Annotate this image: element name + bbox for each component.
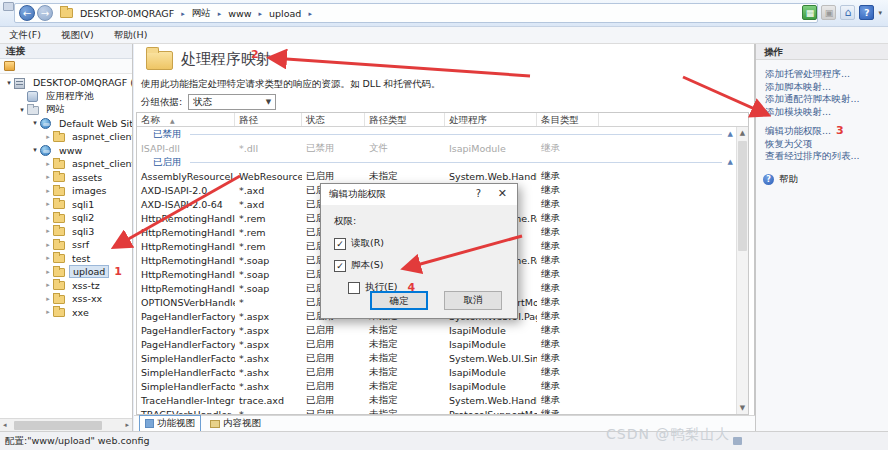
close-icon[interactable]: ✕ <box>498 187 507 200</box>
scroll-left-icon[interactable]: ◂ <box>3 421 7 429</box>
menu-item[interactable]: 文件(F) <box>9 29 41 42</box>
breadcrumb-segment[interactable]: 网站 <box>192 7 211 20</box>
tree-item-www[interactable]: ▾www <box>0 144 132 158</box>
collapsed-icon[interactable]: ▸ <box>43 200 53 208</box>
cancel-button[interactable]: 取消 <box>444 291 502 310</box>
table-row[interactable]: TraceHandler-Integratedtrace.axd已启用未指定Sy… <box>137 393 736 407</box>
tree-item--[interactable]: 应用程序池 <box>0 90 132 104</box>
expanded-icon[interactable]: ▾ <box>4 79 14 87</box>
ok-button[interactable]: 确定 <box>370 291 428 310</box>
tree-item-images[interactable]: ▸images <box>0 184 132 198</box>
group-by-dropdown[interactable]: 状态 ▼ <box>188 94 276 110</box>
collapsed-icon[interactable]: ▸ <box>43 187 53 195</box>
save-connection-icon[interactable] <box>4 61 15 71</box>
cell-path: *.soap <box>235 269 302 280</box>
table-row[interactable]: ISAPI-dll*.dll已禁用文件IsapiModule继承 <box>137 141 736 155</box>
tree-item-assets[interactable]: ▸assets <box>0 171 132 185</box>
tree-item-aspnet_client[interactable]: ▸aspnet_client <box>0 130 132 144</box>
actions-link-group: 编辑功能权限...3恢复为父项查看经过排序的列表... <box>765 125 888 163</box>
back-icon[interactable]: ← <box>19 5 35 21</box>
table-row[interactable]: TRACEVerbHandler*已启用未指定ProtocolSupportMo… <box>137 407 736 414</box>
action-link[interactable]: 添加脚本映射... <box>765 81 888 94</box>
list-vertical-scrollbar[interactable]: ▲ ▼ <box>736 127 748 414</box>
tree-item-sqli3[interactable]: ▸sqli3 <box>0 225 132 239</box>
help-icon[interactable]: ? <box>859 5 874 20</box>
breadcrumb-segment[interactable]: www <box>228 8 251 19</box>
tree-item-test[interactable]: ▸test <box>0 252 132 266</box>
scrollbar-thumb[interactable] <box>14 421 102 430</box>
collapsed-icon[interactable]: ▸ <box>43 308 53 316</box>
column-header[interactable]: 名称▲ <box>137 113 235 126</box>
home-icon[interactable]: ⌂ <box>840 5 855 20</box>
collapsed-icon[interactable]: ▸ <box>43 227 53 235</box>
column-header[interactable]: 状态 <box>302 113 365 126</box>
collapsed-icon[interactable]: ▸ <box>43 160 53 168</box>
collapsed-icon[interactable]: ▸ <box>43 281 53 289</box>
backup-icon[interactable]: ▦ <box>802 5 817 20</box>
tree-item-desktop-0mqragf-desk[interactable]: ▾DESKTOP-0MQRAGF (DESK <box>0 76 132 90</box>
tab-features-view[interactable]: 功能视图 <box>139 415 201 432</box>
checkbox-checked-icon[interactable]: ✓ <box>334 260 346 272</box>
dialog-help-icon[interactable]: ? <box>476 188 481 199</box>
collapse-group-icon[interactable]: ▲ <box>728 130 736 138</box>
collapsed-icon[interactable]: ▸ <box>43 254 53 262</box>
menu-item[interactable]: 视图(V) <box>61 29 94 42</box>
tree-item-upload[interactable]: ▸upload1 <box>0 265 132 279</box>
action-link[interactable]: 恢复为父项 <box>765 138 888 151</box>
action-link[interactable]: 添加通配符脚本映射... <box>765 93 888 106</box>
tree-item-sqli1[interactable]: ▸sqli1 <box>0 198 132 212</box>
table-row[interactable]: PageHandlerFactory-ISAPI-...*.aspx已启用未指定… <box>137 323 736 337</box>
tree-item--[interactable]: ▾网站 <box>0 103 132 117</box>
chevron-down-icon[interactable]: ▾ <box>878 9 882 17</box>
collapsed-icon[interactable]: ▸ <box>43 295 53 303</box>
column-header[interactable]: 路径类型 <box>365 113 445 126</box>
tree-horizontal-scrollbar[interactable]: ◂ ▸ <box>0 418 132 431</box>
tab-content-view[interactable]: 内容视图 <box>205 416 266 431</box>
scroll-up-icon[interactable]: ▲ <box>737 129 748 137</box>
column-header[interactable]: 处理程序 <box>445 113 537 126</box>
column-header[interactable]: 路径 <box>235 113 302 126</box>
column-header[interactable]: 条目类型 <box>537 113 599 126</box>
collapsed-icon[interactable]: ▸ <box>43 241 53 249</box>
tree-item-xxe[interactable]: ▸xxe <box>0 306 132 320</box>
breadcrumb-segment[interactable]: DESKTOP-0MQRAGF <box>80 8 174 19</box>
scrollbar-thumb[interactable] <box>738 141 747 251</box>
table-row[interactable]: SimpleHandlerFactory-ISAP...*.ashx已启用未指定… <box>137 365 736 379</box>
tree-item-xss-tz[interactable]: ▸xss-tz <box>0 279 132 293</box>
cell-name: ISAPI-dll <box>137 143 235 154</box>
forward-icon[interactable]: → <box>37 5 53 21</box>
collapse-group-icon[interactable]: ▲ <box>728 158 736 166</box>
expanded-icon[interactable]: ▾ <box>30 146 40 154</box>
tree-item-ssrf[interactable]: ▸ssrf <box>0 238 132 252</box>
action-link[interactable]: 添加托管处理程序... <box>765 68 888 81</box>
action-link[interactable]: 查看经过排序的列表... <box>765 150 888 163</box>
tree-item-aspnet_client[interactable]: ▸aspnet_client <box>0 157 132 171</box>
table-row[interactable]: SimpleHandlerFactory-Inte...*.ashx已启用未指定… <box>137 351 736 365</box>
tree-item-default-web-site[interactable]: ▾Default Web Site <box>0 117 132 131</box>
menu-item[interactable]: 帮助(H) <box>114 29 148 42</box>
action-link[interactable]: 编辑功能权限...3 <box>765 125 888 138</box>
tree-item-sqli2[interactable]: ▸sqli2 <box>0 211 132 225</box>
cell-name: PageHandlerFactory-Integr... <box>137 311 235 322</box>
collapsed-icon[interactable]: ▸ <box>43 173 53 181</box>
breadcrumb-segment[interactable]: upload <box>269 8 301 19</box>
collapsed-icon[interactable]: ▸ <box>43 133 53 141</box>
help-item[interactable]: ? 帮助 <box>763 173 888 186</box>
expanded-icon[interactable]: ▾ <box>17 106 27 114</box>
collapsed-icon[interactable]: ▸ <box>43 268 53 276</box>
table-row[interactable]: AssemblyResourceLoader-I...WebResource.a… <box>137 169 736 183</box>
group-row[interactable]: 已启用▲ <box>137 155 736 169</box>
breadcrumb-separator-icon: ▸ <box>181 10 185 18</box>
scroll-right-icon[interactable]: ▸ <box>125 421 129 429</box>
collapsed-icon[interactable]: ▸ <box>43 214 53 222</box>
cell-path-type: 未指定 <box>365 324 445 337</box>
scroll-down-icon[interactable]: ▼ <box>737 404 748 412</box>
checkbox-checked-icon[interactable]: ✓ <box>334 238 346 250</box>
tree-item-label: Default Web Site <box>56 118 132 129</box>
table-row[interactable]: SimpleHandlerFactory-ISAP...*.ashx已启用未指定… <box>137 379 736 393</box>
tree-item-xss-xx[interactable]: ▸xss-xx <box>0 292 132 306</box>
table-row[interactable]: PageHandlerFactory-ISAPI-...*.aspx已启用未指定… <box>137 337 736 351</box>
group-row[interactable]: 已禁用▲ <box>137 127 736 141</box>
expanded-icon[interactable]: ▾ <box>30 119 40 127</box>
action-link[interactable]: 添加模块映射... <box>765 106 888 119</box>
